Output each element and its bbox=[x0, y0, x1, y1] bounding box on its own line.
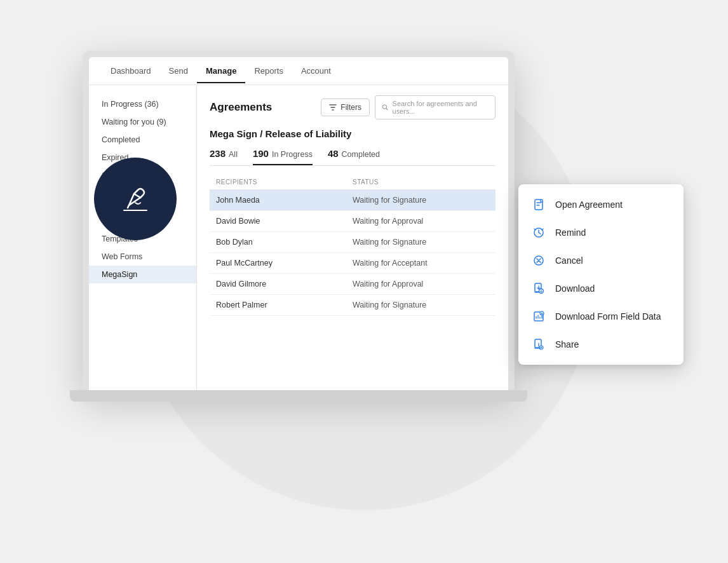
table-body: John Maeda Waiting for Signature David B… bbox=[210, 190, 495, 316]
recipient-status: Waiting for Approval bbox=[353, 217, 489, 226]
context-menu-item-open-agreement[interactable]: Open Agreement bbox=[518, 191, 684, 219]
context-item-label: Download Form Field Data bbox=[555, 311, 661, 322]
recipient-name: Bob Dylan bbox=[216, 238, 353, 247]
table-row[interactable]: David Gilmore Waiting for Approval bbox=[210, 274, 495, 295]
table-row[interactable]: Robert Palmer Waiting for Signature bbox=[210, 295, 495, 316]
recipient-name: David Gilmore bbox=[216, 280, 353, 288]
page-title: Agreements bbox=[210, 101, 272, 114]
nav-item-dashboard[interactable]: Dashboard bbox=[102, 58, 160, 83]
recipient-name: John Maeda bbox=[216, 196, 353, 205]
table-row[interactable]: Bob Dylan Waiting for Signature bbox=[210, 232, 495, 253]
sidebar-item-in-progress[interactable]: In Progress (36) bbox=[89, 95, 196, 113]
document-title: Mega Sign / Release of Liability bbox=[210, 128, 495, 139]
sidebar-item-megasign[interactable]: MegaSign bbox=[89, 266, 196, 283]
cancel-circle-icon bbox=[531, 253, 546, 268]
adobe-sign-logo-icon bbox=[116, 180, 154, 218]
table-row[interactable]: David Bowie Waiting for Approval bbox=[210, 211, 495, 232]
header-controls: Filters Search for agreements and users.… bbox=[321, 95, 495, 119]
context-item-label: Open Agreement bbox=[555, 200, 623, 210]
main-content: In Progress (36) Waiting for you (9) Com… bbox=[89, 85, 508, 390]
sidebar-item-completed[interactable]: Completed bbox=[89, 131, 196, 149]
recipient-status: Waiting for Signature bbox=[353, 301, 489, 309]
context-item-label: Remind bbox=[555, 227, 586, 238]
context-menu-item-remind[interactable]: Remind bbox=[518, 219, 684, 247]
sidebar-item-waiting-for-you[interactable]: Waiting for you (9) bbox=[89, 113, 196, 131]
search-box[interactable]: Search for agreements and users... bbox=[375, 95, 495, 119]
header-row: Agreements Filters bbox=[210, 95, 495, 119]
nav-item-manage[interactable]: Manage bbox=[197, 58, 245, 83]
recipient-status: Waiting for Signature bbox=[353, 196, 489, 205]
table-row[interactable]: John Maeda Waiting for Signature bbox=[210, 190, 495, 211]
context-menu-item-cancel[interactable]: Cancel bbox=[518, 247, 684, 275]
svg-point-0 bbox=[382, 105, 386, 109]
content-panel: Agreements Filters bbox=[197, 85, 508, 390]
nav-item-account[interactable]: Account bbox=[292, 58, 340, 83]
download-icon bbox=[531, 281, 546, 296]
recipient-status: Waiting for Acceptant bbox=[353, 259, 489, 268]
table-row[interactable]: Paul McCartney Waiting for Acceptant bbox=[210, 253, 495, 274]
recipient-name: Robert Palmer bbox=[216, 301, 353, 309]
laptop-base bbox=[70, 390, 527, 402]
context-menu-item-share[interactable]: Share bbox=[518, 330, 684, 358]
filters-button[interactable]: Filters bbox=[321, 98, 370, 116]
context-item-label: Share bbox=[555, 339, 579, 349]
svg-rect-1 bbox=[535, 200, 543, 210]
tabs-row: 238 All 190 In Progress 48 Completed bbox=[210, 148, 495, 166]
context-menu-item-download[interactable]: Download bbox=[518, 275, 684, 302]
share-icon bbox=[531, 337, 546, 352]
recipient-name: Paul McCartney bbox=[216, 259, 353, 268]
context-menu: Open Agreement Remind Cancel Download Do… bbox=[518, 184, 684, 365]
context-item-label: Download bbox=[555, 283, 595, 294]
nav-item-reports[interactable]: Reports bbox=[245, 58, 292, 83]
context-menu-item-download-form-field-data[interactable]: Download Form Field Data bbox=[518, 302, 684, 330]
clock-icon bbox=[531, 225, 546, 240]
chart-download-icon bbox=[531, 309, 546, 324]
recipient-status: Waiting for Approval bbox=[353, 280, 489, 288]
context-item-label: Cancel bbox=[555, 255, 583, 266]
nav-item-send[interactable]: Send bbox=[160, 58, 197, 83]
logo-circle bbox=[94, 158, 177, 240]
tab-in-progress[interactable]: 190 In Progress bbox=[253, 148, 313, 165]
recipient-status: Waiting for Signature bbox=[353, 238, 489, 247]
agreements-table: RECIPIENTS STATUS John Maeda Waiting for… bbox=[210, 175, 495, 316]
table-header: RECIPIENTS STATUS bbox=[210, 175, 495, 190]
tab-completed[interactable]: 48 Completed bbox=[328, 148, 380, 164]
search-icon bbox=[382, 104, 389, 111]
nav-bar: Dashboard Send Manage Reports Account bbox=[89, 57, 508, 85]
tab-all[interactable]: 238 All bbox=[210, 148, 238, 164]
filter-icon bbox=[329, 104, 337, 111]
recipient-name: David Bowie bbox=[216, 217, 353, 226]
sidebar-item-web-forms[interactable]: Web Forms bbox=[89, 248, 196, 266]
document-icon bbox=[531, 197, 546, 212]
